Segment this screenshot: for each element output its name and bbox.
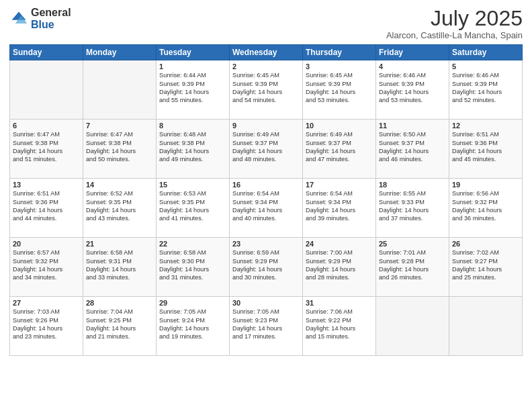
calendar-cell: 20Sunrise: 6:57 AMSunset: 9:32 PMDayligh… xyxy=(10,238,83,297)
day-number: 15 xyxy=(159,181,226,189)
calendar-cell: 21Sunrise: 6:58 AMSunset: 9:31 PMDayligh… xyxy=(83,238,157,297)
day-number: 24 xyxy=(306,240,373,248)
day-number: 9 xyxy=(232,122,300,130)
calendar-cell: 26Sunrise: 7:02 AMSunset: 9:27 PMDayligh… xyxy=(449,238,523,297)
cell-details: Sunrise: 6:47 AMSunset: 9:38 PMDaylight:… xyxy=(86,130,153,164)
week-row-4: 20Sunrise: 6:57 AMSunset: 9:32 PMDayligh… xyxy=(10,238,523,297)
calendar-cell: 31Sunrise: 7:06 AMSunset: 9:22 PMDayligh… xyxy=(303,297,376,356)
calendar-cell: 14Sunrise: 6:52 AMSunset: 9:35 PMDayligh… xyxy=(83,179,157,238)
cell-details: Sunrise: 6:51 AMSunset: 9:36 PMDaylight:… xyxy=(452,130,519,164)
cell-details: Sunrise: 6:51 AMSunset: 9:36 PMDaylight:… xyxy=(13,189,80,223)
cell-details: Sunrise: 6:57 AMSunset: 9:32 PMDaylight:… xyxy=(13,248,80,282)
calendar-cell: 18Sunrise: 6:55 AMSunset: 9:33 PMDayligh… xyxy=(376,179,449,238)
day-number: 10 xyxy=(306,122,373,130)
day-number: 17 xyxy=(306,181,373,189)
day-header-saturday: Saturday xyxy=(449,45,523,60)
cell-details: Sunrise: 7:05 AMSunset: 9:24 PMDaylight:… xyxy=(159,308,226,341)
cell-details: Sunrise: 6:58 AMSunset: 9:31 PMDaylight:… xyxy=(86,248,153,282)
day-number: 28 xyxy=(86,299,153,307)
day-number: 7 xyxy=(86,122,153,130)
logo-general: General xyxy=(31,7,71,19)
calendar-cell: 15Sunrise: 6:53 AMSunset: 9:35 PMDayligh… xyxy=(157,179,230,238)
day-number: 1 xyxy=(159,62,226,71)
day-number: 11 xyxy=(379,122,446,130)
cell-details: Sunrise: 6:59 AMSunset: 9:29 PMDaylight:… xyxy=(232,248,300,282)
day-number: 30 xyxy=(232,299,300,307)
cell-details: Sunrise: 6:49 AMSunset: 9:37 PMDaylight:… xyxy=(232,130,300,164)
cell-details: Sunrise: 6:46 AMSunset: 9:39 PMDaylight:… xyxy=(379,71,446,105)
calendar-cell: 10Sunrise: 6:49 AMSunset: 9:37 PMDayligh… xyxy=(303,120,376,179)
cell-details: Sunrise: 6:45 AMSunset: 9:39 PMDaylight:… xyxy=(306,71,373,105)
calendar: SundayMondayTuesdayWednesdayThursdayFrid… xyxy=(9,44,523,356)
calendar-cell xyxy=(83,60,157,120)
logo: General Blue xyxy=(9,7,71,30)
calendar-cell: 3Sunrise: 6:45 AMSunset: 9:39 PMDaylight… xyxy=(303,60,376,120)
calendar-cell: 6Sunrise: 6:47 AMSunset: 9:38 PMDaylight… xyxy=(10,120,83,179)
day-header-sunday: Sunday xyxy=(10,45,83,60)
cell-details: Sunrise: 6:55 AMSunset: 9:33 PMDaylight:… xyxy=(379,189,446,223)
cell-details: Sunrise: 6:46 AMSunset: 9:39 PMDaylight:… xyxy=(452,71,519,105)
cell-details: Sunrise: 6:48 AMSunset: 9:38 PMDaylight:… xyxy=(159,130,226,164)
calendar-cell: 2Sunrise: 6:45 AMSunset: 9:39 PMDaylight… xyxy=(230,60,303,120)
day-number: 12 xyxy=(452,122,519,130)
day-number: 22 xyxy=(159,240,226,248)
cell-details: Sunrise: 6:49 AMSunset: 9:37 PMDaylight:… xyxy=(306,130,373,164)
calendar-cell: 16Sunrise: 6:54 AMSunset: 9:34 PMDayligh… xyxy=(230,179,303,238)
day-number: 3 xyxy=(306,62,373,71)
day-number: 14 xyxy=(86,181,153,189)
day-number: 31 xyxy=(306,299,373,307)
calendar-cell: 24Sunrise: 7:00 AMSunset: 9:29 PMDayligh… xyxy=(303,238,376,297)
calendar-cell: 28Sunrise: 7:04 AMSunset: 9:25 PMDayligh… xyxy=(83,297,157,356)
day-header-friday: Friday xyxy=(376,45,449,60)
day-number: 21 xyxy=(86,240,153,248)
day-number: 18 xyxy=(379,181,446,189)
cell-details: Sunrise: 7:03 AMSunset: 9:26 PMDaylight:… xyxy=(13,308,80,341)
day-number: 16 xyxy=(232,181,300,189)
calendar-cell: 12Sunrise: 6:51 AMSunset: 9:36 PMDayligh… xyxy=(449,120,523,179)
day-header-monday: Monday xyxy=(83,45,157,60)
cell-details: Sunrise: 6:53 AMSunset: 9:35 PMDaylight:… xyxy=(159,189,226,223)
day-number: 26 xyxy=(452,240,519,248)
header-row: SundayMondayTuesdayWednesdayThursdayFrid… xyxy=(10,45,523,60)
logo-text: General Blue xyxy=(31,7,71,30)
calendar-cell: 1Sunrise: 6:44 AMSunset: 9:39 PMDaylight… xyxy=(157,60,230,120)
calendar-cell: 17Sunrise: 6:54 AMSunset: 9:34 PMDayligh… xyxy=(303,179,376,238)
day-number: 29 xyxy=(159,299,226,307)
calendar-cell: 25Sunrise: 7:01 AMSunset: 9:28 PMDayligh… xyxy=(376,238,449,297)
calendar-cell: 11Sunrise: 6:50 AMSunset: 9:37 PMDayligh… xyxy=(376,120,449,179)
cell-details: Sunrise: 6:47 AMSunset: 9:38 PMDaylight:… xyxy=(13,130,80,164)
logo-icon xyxy=(9,9,28,28)
calendar-cell: 30Sunrise: 7:05 AMSunset: 9:23 PMDayligh… xyxy=(230,297,303,356)
header: General Blue July 2025 Alarcon, Castille… xyxy=(9,7,523,40)
day-number: 20 xyxy=(13,240,80,248)
calendar-cell: 4Sunrise: 6:46 AMSunset: 9:39 PMDaylight… xyxy=(376,60,449,120)
cell-details: Sunrise: 6:50 AMSunset: 9:37 PMDaylight:… xyxy=(379,130,446,164)
cell-details: Sunrise: 6:52 AMSunset: 9:35 PMDaylight:… xyxy=(86,189,153,223)
day-number: 5 xyxy=(452,62,519,71)
day-number: 8 xyxy=(159,122,226,130)
day-number: 19 xyxy=(452,181,519,189)
title-block: July 2025 Alarcon, Castille-La Mancha, S… xyxy=(386,7,523,40)
calendar-cell: 22Sunrise: 6:58 AMSunset: 9:30 PMDayligh… xyxy=(157,238,230,297)
day-number: 27 xyxy=(13,299,80,307)
page: General Blue July 2025 Alarcon, Castille… xyxy=(0,0,532,411)
cell-details: Sunrise: 7:00 AMSunset: 9:29 PMDaylight:… xyxy=(306,248,373,282)
cell-details: Sunrise: 6:44 AMSunset: 9:39 PMDaylight:… xyxy=(159,71,226,105)
cell-details: Sunrise: 7:02 AMSunset: 9:27 PMDaylight:… xyxy=(452,248,519,282)
week-row-3: 13Sunrise: 6:51 AMSunset: 9:36 PMDayligh… xyxy=(10,179,523,238)
calendar-cell: 19Sunrise: 6:56 AMSunset: 9:32 PMDayligh… xyxy=(449,179,523,238)
calendar-cell xyxy=(376,297,449,356)
day-header-tuesday: Tuesday xyxy=(157,45,230,60)
cell-details: Sunrise: 7:01 AMSunset: 9:28 PMDaylight:… xyxy=(379,248,446,282)
logo-blue: Blue xyxy=(31,19,71,31)
calendar-cell: 9Sunrise: 6:49 AMSunset: 9:37 PMDaylight… xyxy=(230,120,303,179)
week-row-1: 1Sunrise: 6:44 AMSunset: 9:39 PMDaylight… xyxy=(10,60,523,120)
day-number: 6 xyxy=(13,122,80,130)
location: Alarcon, Castille-La Mancha, Spain xyxy=(386,30,523,40)
cell-details: Sunrise: 6:58 AMSunset: 9:30 PMDaylight:… xyxy=(159,248,226,282)
cell-details: Sunrise: 7:04 AMSunset: 9:25 PMDaylight:… xyxy=(86,308,153,341)
day-number: 13 xyxy=(13,181,80,189)
day-header-thursday: Thursday xyxy=(303,45,376,60)
calendar-cell: 23Sunrise: 6:59 AMSunset: 9:29 PMDayligh… xyxy=(230,238,303,297)
day-number: 2 xyxy=(232,62,300,71)
